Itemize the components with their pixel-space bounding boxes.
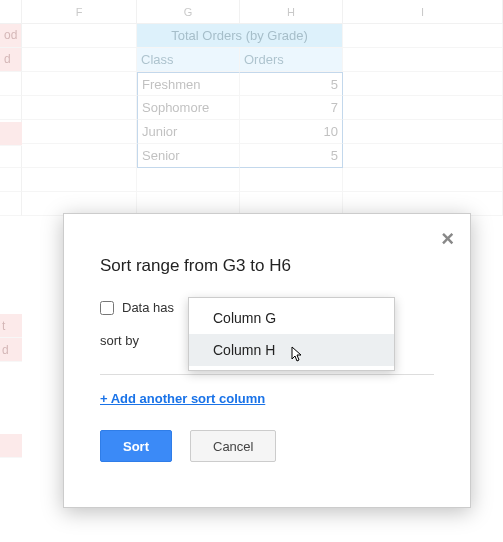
col-header-H[interactable]: H (240, 0, 343, 24)
row-stub-pink: d (0, 48, 22, 72)
row-stub (0, 72, 22, 96)
cell[interactable] (343, 72, 503, 96)
cell[interactable] (22, 24, 137, 48)
column-headers: F G H I (0, 0, 503, 24)
cell[interactable] (343, 144, 503, 168)
table-header-class[interactable]: Class (137, 48, 240, 72)
dialog-title: Sort range from G3 to H6 (100, 256, 434, 276)
col-header-I[interactable]: I (343, 0, 503, 24)
cell[interactable] (343, 96, 503, 120)
pink-strip: t (0, 314, 22, 338)
cell[interactable] (343, 24, 503, 48)
cell-class[interactable]: Junior (137, 120, 240, 144)
cell[interactable] (343, 48, 503, 72)
cell-class[interactable]: Freshmen (137, 72, 240, 96)
sort-by-label: sort by (100, 333, 166, 348)
cell[interactable] (22, 144, 137, 168)
pink-strip (0, 434, 22, 458)
merged-title-cell[interactable]: Total Orders (by Grade) (137, 24, 343, 48)
sort-column-dropdown[interactable]: Column G Column H (188, 297, 395, 371)
checkbox-label: Data has (122, 300, 174, 315)
cell[interactable] (22, 72, 137, 96)
cell-orders[interactable]: 5 (240, 144, 343, 168)
close-icon[interactable]: × (441, 228, 454, 250)
cell-orders[interactable]: 7 (240, 96, 343, 120)
row-stub (0, 144, 22, 168)
cell[interactable] (22, 120, 137, 144)
pink-strip (0, 122, 22, 146)
dropdown-item-column-g[interactable]: Column G (189, 302, 394, 334)
dropdown-item-column-h[interactable]: Column H (189, 334, 394, 366)
data-has-header-checkbox[interactable] (100, 301, 114, 315)
cell-class[interactable]: Sophomore (137, 96, 240, 120)
cell-orders[interactable]: 5 (240, 72, 343, 96)
cell-orders[interactable]: 10 (240, 120, 343, 144)
spreadsheet-grid: F G H I od Total Orders (by Grade) d Cla… (0, 0, 503, 216)
table-header-orders[interactable]: Orders (240, 48, 343, 72)
cell[interactable] (343, 120, 503, 144)
add-sort-column-link[interactable]: + Add another sort column (100, 391, 265, 406)
row-stub-pink: od (0, 24, 22, 48)
cell[interactable] (22, 96, 137, 120)
col-header-G[interactable]: G (137, 0, 240, 24)
cancel-button[interactable]: Cancel (190, 430, 276, 462)
cell-class[interactable]: Senior (137, 144, 240, 168)
col-header-F[interactable]: F (22, 0, 137, 24)
row-stub (0, 96, 22, 120)
divider (100, 374, 434, 375)
sort-button[interactable]: Sort (100, 430, 172, 462)
pink-strip: d (0, 338, 22, 362)
cell[interactable] (22, 48, 137, 72)
